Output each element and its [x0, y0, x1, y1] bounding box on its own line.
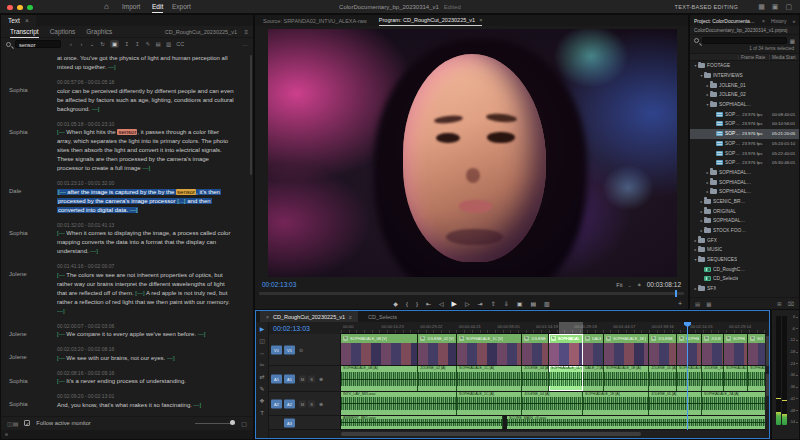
transcript-text[interactable]: [— after the image is captured by the by…: [57, 188, 235, 215]
monitor-scrubber[interactable]: [259, 292, 684, 295]
project-search-input[interactable]: [702, 37, 787, 44]
go-to-out-button[interactable]: ⇥: [478, 300, 483, 307]
button-editor-button[interactable]: ▥: [544, 300, 550, 307]
lift-icon[interactable]: ↥: [124, 41, 130, 47]
next-match-icon[interactable]: ›: [79, 41, 85, 47]
playhead-line[interactable]: [687, 322, 688, 430]
transcript-row[interactable]: at once. You've got the physics of light…: [1, 54, 253, 72]
project-row[interactable]: ▸SOPHIADALE_03: [690, 177, 799, 187]
monitor-settings-icon[interactable]: ✶: [637, 281, 642, 288]
audio-clip[interactable]: JOLENE_05 [A]: [649, 366, 677, 391]
track-target[interactable]: A3: [284, 418, 295, 427]
project-row[interactable]: SOPHIADALE_1F23.976 fps05:30:46:01: [690, 158, 799, 168]
audio-clip[interactable]: JOLENE_02 [A]: [418, 366, 457, 391]
ripple-edit-tool[interactable]: ↔: [259, 350, 265, 356]
edit-icon[interactable]: ✎: [145, 41, 151, 47]
mark-in-button[interactable]: {: [406, 301, 408, 307]
tab-history[interactable]: History: [771, 18, 787, 24]
audio-clip[interactable]: SOPHIADALE_0B [A]: [341, 366, 418, 391]
video-clip[interactable]: fxJOLENE_02 [V]: [418, 334, 457, 365]
project-row[interactable]: ▸SOPHIADALE_04: [690, 187, 799, 197]
current-timecode[interactable]: 00:02:13:03: [262, 281, 296, 288]
audio-clip[interactable]: SOPHIADALE_1D [A]: [549, 366, 583, 391]
project-row[interactable]: ▸MUSIC: [690, 245, 799, 255]
new-bin-icon[interactable]: ⊞: [777, 301, 782, 307]
panel-menu-icon[interactable]: ≡: [244, 29, 248, 35]
audio-clip[interactable]: SOPHIADALE_1C [A]: [457, 392, 522, 415]
video-clip[interactable]: fxJOLENE_04 [V]: [522, 334, 549, 365]
video-clip[interactable]: fxJOLENE_06 [V]: [702, 334, 724, 365]
video-clip[interactable]: fxSOPHIADALE_2B [V]: [748, 334, 766, 365]
razor-tool[interactable]: ✂: [259, 362, 264, 368]
transcript-row[interactable]: Sophia00:02:09:20 - 00:02:13:01And, you …: [1, 393, 253, 410]
track-header-A2[interactable]: A2A2MS⊕: [269, 392, 341, 416]
audio-clip[interactable]: SOPHIADALE_2B [A]: [748, 366, 766, 391]
tab-sequence-active[interactable]: × CD_RoughCut_20230225_v1 ≡: [260, 311, 358, 322]
project-row[interactable]: ▾SEQUENCES: [690, 255, 799, 265]
track-target[interactable]: A2: [284, 399, 295, 408]
transcript-row[interactable]: Dale00:01:23:10 - 00:01:32:00[— after th…: [1, 180, 253, 215]
tab-program-monitor[interactable]: Program: CD_RoughCut_20230225_v1×: [379, 16, 483, 26]
text-size-slider[interactable]: [195, 423, 235, 424]
column-frame-rate[interactable]: Frame Rate: [738, 55, 769, 60]
speakers-icon[interactable]: ▤: [155, 41, 161, 47]
transcript-row[interactable]: Jolene00:01:41:16 - 00:02:00:07[— The co…: [1, 263, 253, 316]
transcript-text[interactable]: [— It's a never ending process of unders…: [57, 377, 235, 386]
timeline-timecode[interactable]: 00:02:13:03: [273, 325, 310, 332]
audio-clip[interactable]: SCORE_MAIN_v3.wav: [507, 416, 766, 429]
video-clip[interactable]: fxSOPHIADALE_1E [V]: [604, 334, 649, 365]
overflow-chevrons-icon[interactable]: »: [792, 18, 795, 24]
project-row[interactable]: ▸JOLENE_01: [690, 80, 799, 90]
project-row[interactable]: ▸SOPHIADALE_02: [690, 168, 799, 178]
transcript-text[interactable]: [— We see with our brains, not our eyes.…: [57, 354, 235, 363]
project-row[interactable]: ▾INTERVIEWS: [690, 71, 799, 81]
track-target[interactable]: V1: [284, 345, 295, 354]
slider-knob[interactable]: [230, 420, 235, 425]
close-icon[interactable]: ×: [479, 17, 482, 23]
follow-monitor-checkbox[interactable]: ✓: [24, 420, 30, 426]
track-header-V1[interactable]: V1V1⊙: [269, 334, 341, 366]
fullscreen-icon[interactable]: ▢: [785, 3, 792, 11]
project-row[interactable]: ▸STOCK FOOTAGE: [690, 226, 799, 236]
play-button[interactable]: ▶: [452, 300, 457, 308]
mic-icon[interactable]: ⊕: [319, 376, 323, 382]
audio-clip[interactable]: DALE_2 [A]: [583, 366, 604, 391]
monitor-playhead[interactable]: [675, 290, 677, 297]
tab-sequence-selects[interactable]: CD_Selects: [368, 314, 397, 320]
tab-project[interactable]: Project: ColorDocumentary_bp_20230314_v1: [694, 18, 756, 24]
expand-icon[interactable]: ▢: [241, 420, 247, 427]
video-clip[interactable]: fxSOPHIADALE_1D [V]: [549, 334, 583, 365]
transcript-text[interactable]: [— The colors we see are not inherent pr…: [57, 271, 235, 316]
project-row[interactable]: SOPHIADALE_0B23.976 fps00:10:56:01: [690, 119, 799, 129]
video-clip[interactable]: fxJOLENE_05 [V]: [649, 334, 677, 365]
selection-tool[interactable]: ▶: [260, 326, 265, 332]
transcript-row[interactable]: Sophia00:02:08:16 - 00:02:09:16[— It's a…: [1, 370, 253, 387]
audio-clip[interactable]: JOLENE_06 [A]: [702, 366, 724, 391]
project-row[interactable]: ▸SFX: [690, 284, 799, 294]
project-row[interactable]: CD_RoughCut_20230225_v1: [690, 264, 799, 274]
slip-tool[interactable]: ⇄: [259, 374, 264, 380]
mute-button[interactable]: M: [299, 400, 306, 407]
list-view-icon[interactable]: ▤: [695, 301, 700, 307]
add-marker-button[interactable]: ◆: [393, 300, 398, 307]
audio-clip[interactable]: SOPHIADALE_1F [A]: [677, 366, 702, 391]
column-media-start[interactable]: Media Start: [769, 55, 799, 60]
audio-clip[interactable]: JOLENE_04 [A]: [522, 366, 549, 391]
audio-clip[interactable]: AMBIENT_BED.wav: [341, 416, 503, 429]
workspaces-icon[interactable]: ▦: [758, 3, 765, 11]
mute-button[interactable]: M: [299, 375, 306, 382]
audio-clip[interactable]: SOPHIADALE_1E [A]: [583, 392, 649, 415]
pen-tool[interactable]: ✎: [259, 386, 264, 392]
panel-menu-icon[interactable]: ≡: [349, 314, 352, 320]
timeline-vertical-scrollbar[interactable]: [765, 334, 769, 430]
source-patch[interactable]: A1: [271, 374, 282, 383]
segments-icon[interactable]: ▥: [166, 41, 172, 47]
track-select-tool[interactable]: ◫: [259, 338, 265, 344]
add-button[interactable]: +: [678, 300, 682, 307]
source-patch[interactable]: A2: [271, 399, 282, 408]
solo-button[interactable]: S: [308, 400, 315, 407]
tab-text[interactable]: Text×: [1, 15, 36, 26]
audio-clip[interactable]: INTV_LAV_MIX.wav: [341, 392, 457, 415]
go-to-in-button[interactable]: ⇤: [426, 300, 431, 307]
tab-transcript[interactable]: Transcript: [10, 26, 39, 38]
